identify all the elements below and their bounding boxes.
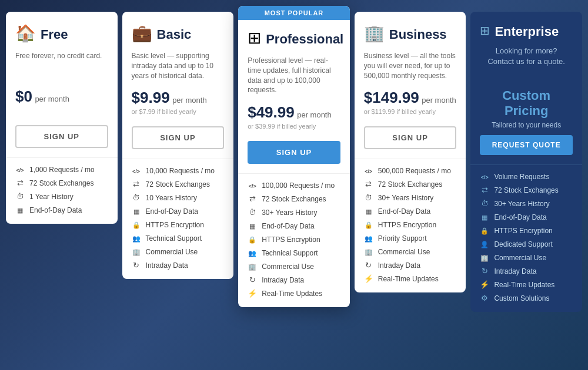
- list-item: Commercial Use: [480, 253, 573, 262]
- feature-list-professional: 100,000 Requests / mo 72 Stock Exchanges…: [248, 181, 340, 298]
- pricing-container: 🏠 Free Free forever, no credit card. $0 …: [6, 12, 582, 312]
- exchange-icon: [248, 194, 257, 203]
- list-item: Intraday Data: [480, 267, 573, 275]
- signup-button-basic[interactable]: SIGN UP: [132, 126, 225, 149]
- feature-label: HTTPS Encryption: [262, 236, 320, 244]
- code-icon: [15, 165, 25, 174]
- plan-header-professional: ⊞ Professional: [248, 28, 340, 50]
- feature-label: End-of-Day Data: [29, 206, 82, 214]
- feature-label: Intraday Data: [378, 261, 420, 270]
- feature-label: 72 Stock Exchanges: [262, 195, 326, 203]
- feature-label: 30+ Years History: [494, 200, 549, 208]
- list-item: 500,000 Requests / mo: [364, 166, 457, 175]
- list-item: 72 Stock Exchanges: [364, 180, 457, 189]
- feature-label: 10,000 Requests / mo: [146, 167, 215, 175]
- feature-label: Commercial Use: [494, 254, 546, 262]
- feature-label: Intraday Data: [262, 276, 304, 284]
- signup-button-business[interactable]: SIGN UP: [364, 126, 457, 149]
- signup-button-free[interactable]: SIGN UP: [15, 125, 108, 148]
- list-item: Intraday Data: [248, 275, 340, 284]
- list-item: Volume Requests: [480, 172, 573, 181]
- support-icon: [248, 248, 257, 257]
- plan-business: 🏢 Business Business level — all the tool…: [355, 12, 466, 292]
- feature-label: 72 Stock Exchanges: [494, 186, 558, 194]
- price-main-business: $149.99: [364, 89, 419, 106]
- plan-professional: MOST POPULAR ⊞ Professional Professional…: [238, 6, 350, 307]
- feature-label: End-of-Day Data: [146, 207, 198, 216]
- feature-label: 72 Stock Exchanges: [378, 180, 442, 189]
- enterprise-desc-line2: Contact us for a quote.: [487, 57, 565, 66]
- list-item: End-of-Day Data: [480, 213, 573, 221]
- plan-free: 🏠 Free Free forever, no credit card. $0 …: [6, 12, 118, 224]
- feature-list-business: 500,000 Requests / mo 72 Stock Exchanges…: [364, 166, 457, 283]
- list-item: Real-Time Updates: [248, 289, 340, 298]
- commercial-icon: [480, 253, 489, 262]
- list-item: 1,000 Requests / mo: [15, 165, 108, 174]
- feature-label: 100,000 Requests / mo: [262, 181, 335, 190]
- price-per-basic: per month: [172, 96, 207, 105]
- price-section-basic: $9.99 per month or $7.99 if billed yearl…: [132, 89, 225, 118]
- intraday-icon: [480, 267, 489, 275]
- feature-label: 10 Years History: [146, 194, 197, 202]
- intraday-icon: [364, 261, 373, 270]
- divider-basic: [122, 159, 234, 159]
- feature-label: 30+ Years History: [378, 194, 433, 202]
- feature-label: 500,000 Requests / mo: [378, 167, 451, 175]
- list-item: Intraday Data: [132, 261, 225, 270]
- price-section-professional: $49.99 per month or $39.99 if billed yea…: [248, 103, 340, 133]
- list-item: 30+ Years History: [364, 193, 457, 202]
- signup-button-professional[interactable]: SIGN UP: [248, 141, 340, 164]
- feature-label: Commercial Use: [262, 263, 314, 271]
- price-section-free: $0 per month: [15, 88, 108, 117]
- list-item: HTTPS Encryption: [364, 220, 457, 229]
- list-item: 72 Stock Exchanges: [248, 194, 340, 203]
- exchange-icon: [132, 180, 141, 189]
- list-item: Technical Support: [248, 248, 340, 257]
- feature-label: Volume Requests: [494, 173, 549, 181]
- request-quote-button[interactable]: REQUEST QUOTE: [480, 135, 573, 155]
- feature-label: Technical Support: [146, 234, 202, 243]
- feature-label: Real-Time Updates: [378, 275, 439, 283]
- custom-pricing-sub: Tailored to your needs: [480, 121, 573, 129]
- history-icon: [480, 199, 489, 208]
- list-item: HTTPS Encryption: [248, 235, 340, 244]
- feature-label: Custom Solutions: [494, 294, 549, 302]
- feature-label: End-of-Day Data: [378, 207, 430, 216]
- feature-label: Intraday Data: [494, 267, 536, 275]
- list-item: 1 Year History: [15, 192, 108, 201]
- list-item: Technical Support: [132, 234, 225, 243]
- plan-title-enterprise: Enterprise: [495, 24, 559, 39]
- intraday-icon: [248, 275, 257, 284]
- feature-label: Commercial Use: [378, 248, 430, 256]
- plan-header-free: 🏠 Free: [15, 23, 108, 45]
- enterprise-desc-line1: Looking for more?: [496, 46, 557, 55]
- calendar-icon: [248, 221, 257, 230]
- list-item: 10 Years History: [132, 193, 225, 202]
- divider-business: [355, 159, 466, 159]
- history-icon: [15, 192, 25, 201]
- lock-icon: [364, 220, 373, 229]
- price-yearly-business: or $119.99 if billed yearly: [364, 108, 457, 115]
- divider-enterprise: [470, 164, 582, 165]
- plan-title-business: Business: [389, 27, 447, 42]
- price-main-professional: $49.99: [248, 103, 295, 121]
- feature-list-basic: 10,000 Requests / mo 72 Stock Exchanges …: [132, 166, 225, 270]
- custom-pricing-title: Custom Pricing: [480, 88, 573, 119]
- history-icon: [364, 193, 373, 202]
- plan-desc-professional: Professional level — real-time updates, …: [248, 56, 340, 95]
- feature-label: 1 Year History: [29, 193, 74, 201]
- list-item: End-of-Day Data: [248, 221, 340, 230]
- price-main-basic: $9.99: [132, 89, 170, 106]
- feature-label: 72 Stock Exchanges: [146, 180, 210, 189]
- plan-header-business: 🏢 Business: [364, 23, 457, 45]
- divider-free: [6, 157, 118, 158]
- support-icon: [132, 234, 141, 243]
- list-item: 100,000 Requests / mo: [248, 181, 340, 190]
- exchange-icon: [15, 179, 25, 187]
- lock-icon: [132, 220, 141, 229]
- calendar-icon: [480, 213, 489, 221]
- plan-title-basic: Basic: [157, 27, 192, 42]
- plan-desc-basic: Basic level — supporting intraday data a…: [132, 51, 225, 80]
- list-item: 72 Stock Exchanges: [132, 180, 225, 189]
- list-item: 72 Stock Exchanges: [480, 186, 573, 194]
